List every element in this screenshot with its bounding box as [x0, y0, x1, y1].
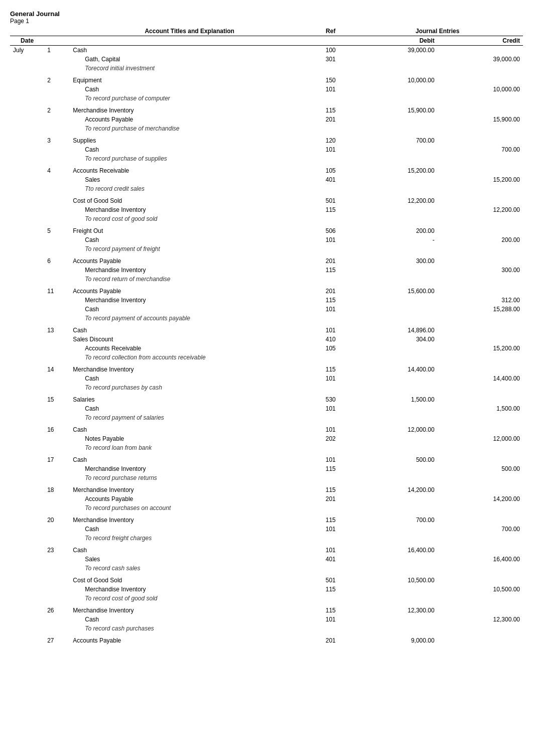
cell-num [44, 494, 70, 503]
journal-table: Account Titles and Explanation Ref Journ… [10, 27, 523, 648]
cell-account: Accounts Payable [70, 494, 309, 503]
cell-ref: 150 [309, 76, 352, 85]
cell-num: 14 [44, 365, 70, 374]
table-row: 4Accounts Receivable10515,200.00 [10, 166, 523, 175]
cell-debit: 15,600.00 [352, 287, 437, 296]
table-row: Torecord initial investment [10, 64, 523, 73]
cell-credit: 12,000.00 [438, 434, 523, 443]
cell-ref: 101 [309, 404, 352, 413]
cell-date [10, 214, 44, 223]
cell-debit [352, 244, 437, 254]
cell-date [10, 175, 44, 184]
cell-num [44, 413, 70, 422]
table-row: To record purchase of merchandise [10, 124, 523, 133]
cell-num [44, 296, 70, 305]
cell-account: Cost of Good Sold [70, 196, 309, 205]
cell-date [10, 434, 44, 443]
cell-ref: 501 [309, 576, 352, 585]
cell-account: Merchandise Inventory [70, 606, 309, 615]
cell-credit [438, 136, 523, 145]
cell-num [44, 383, 70, 392]
cell-credit [438, 443, 523, 452]
cell-ref: 201 [309, 115, 352, 124]
cell-ref [309, 184, 352, 193]
cell-credit [438, 214, 523, 223]
cell-debit [352, 383, 437, 392]
cell-num: 27 [44, 636, 70, 645]
cell-ref: 115 [309, 266, 352, 275]
cell-num [44, 434, 70, 443]
cell-num [44, 184, 70, 193]
cell-ref: 101 [309, 326, 352, 335]
cell-account: To record payment of accounts payable [70, 314, 309, 323]
cell-num [44, 85, 70, 94]
table-row: 26Merchandise Inventory11512,300.00 [10, 606, 523, 615]
cell-num [44, 594, 70, 603]
cell-debit: 10,000.00 [352, 76, 437, 85]
cell-num [44, 55, 70, 64]
cell-date [10, 154, 44, 163]
cell-num [44, 154, 70, 163]
table-row: Cost of Good Sold50110,500.00 [10, 576, 523, 585]
cell-num: 2 [44, 106, 70, 115]
cell-credit [438, 546, 523, 555]
cell-date [10, 244, 44, 254]
cell-account: Cash [70, 326, 309, 335]
cell-date [10, 235, 44, 244]
cell-account: To record cash sales [70, 564, 309, 573]
cell-account: Merchandise Inventory [70, 365, 309, 374]
cell-ref [309, 413, 352, 422]
cell-ref: 101 [309, 615, 352, 624]
cell-num [44, 94, 70, 103]
cell-credit [438, 244, 523, 254]
cell-date [10, 287, 44, 296]
cell-credit: 15,288.00 [438, 305, 523, 314]
cell-credit: 700.00 [438, 525, 523, 534]
cell-ref: 115 [309, 485, 352, 494]
cell-ref [309, 383, 352, 392]
cell-ref: 301 [309, 55, 352, 64]
cell-ref: 201 [309, 494, 352, 503]
cell-account: Cash [70, 46, 309, 55]
cell-account: To record purchases on account [70, 503, 309, 513]
cell-date [10, 205, 44, 214]
cell-account: Cash [70, 235, 309, 244]
cell-date [10, 335, 44, 344]
table-row: Cash10115,288.00 [10, 305, 523, 314]
cell-ref: 530 [309, 395, 352, 404]
cell-num: 17 [44, 455, 70, 464]
cell-debit [352, 404, 437, 413]
table-row: 23Cash10116,400.00 [10, 546, 523, 555]
cell-num: 18 [44, 485, 70, 494]
cell-debit [352, 205, 437, 214]
cell-ref: 115 [309, 464, 352, 473]
cell-ref: 101 [309, 425, 352, 434]
table-row: Sales40116,400.00 [10, 555, 523, 564]
cell-date [10, 555, 44, 564]
cell-debit [352, 344, 437, 353]
cell-num [44, 314, 70, 323]
cell-credit [438, 106, 523, 115]
table-row: To record loan from bank [10, 443, 523, 452]
cell-ref: 401 [309, 175, 352, 184]
cell-num: 2 [44, 76, 70, 85]
cell-account: To record purchases by cash [70, 383, 309, 392]
col-header-date2: Date [10, 36, 44, 46]
table-row: To record purchase of computer [10, 94, 523, 103]
cell-num [44, 473, 70, 482]
col-header-account: Account Titles and Explanation [70, 27, 309, 36]
cell-account: Accounts Payable [70, 115, 309, 124]
cell-num [44, 275, 70, 284]
cell-date [10, 404, 44, 413]
cell-debit [352, 305, 437, 314]
cell-debit: 10,500.00 [352, 576, 437, 585]
table-row: Tto record credit sales [10, 184, 523, 193]
table-row: 14Merchandise Inventory11514,400.00 [10, 365, 523, 374]
cell-credit [438, 46, 523, 55]
table-row: To record purchases by cash [10, 383, 523, 392]
cell-debit [352, 473, 437, 482]
cell-num [44, 624, 70, 633]
journal-header: General Journal Page 1 [10, 10, 523, 25]
cell-credit: 1,500.00 [438, 404, 523, 413]
cell-debit [352, 85, 437, 94]
